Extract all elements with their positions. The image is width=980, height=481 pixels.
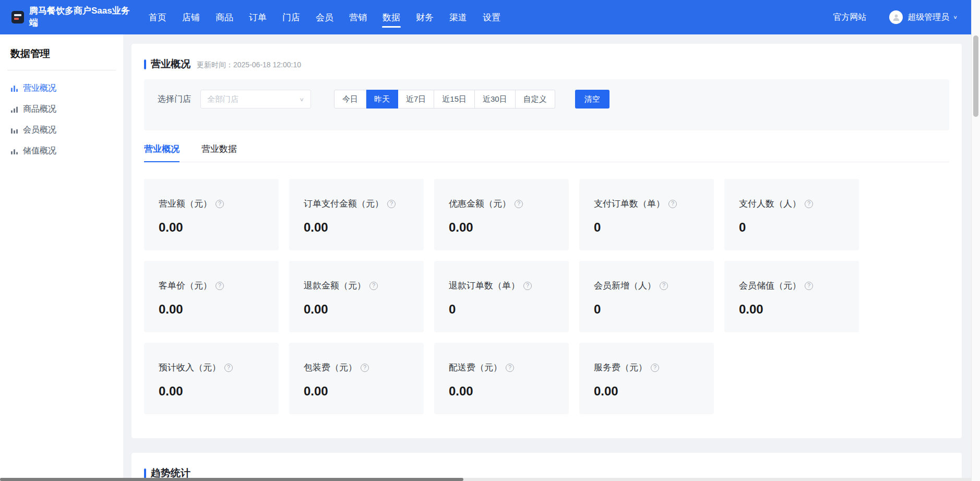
clear-button[interactable]: 清空 bbox=[575, 90, 609, 109]
user-avatar[interactable] bbox=[889, 10, 903, 24]
bar-chart-icon bbox=[10, 85, 18, 92]
vertical-scrollbar-thumb[interactable] bbox=[973, 35, 978, 117]
official-website-link[interactable]: 官方网站 bbox=[833, 12, 866, 23]
stat-card-refund-amount: 退款金额（元）? 0.00 bbox=[289, 261, 424, 332]
help-icon[interactable]: ? bbox=[523, 282, 532, 290]
help-icon[interactable]: ? bbox=[361, 364, 369, 372]
sidebar-item-goods-overview[interactable]: 商品概况 bbox=[0, 99, 123, 119]
sidebar-item-label: 会员概况 bbox=[23, 125, 56, 136]
stat-value: 0 bbox=[594, 302, 699, 317]
user-menu-trigger[interactable]: 超级管理员 ∨ bbox=[907, 12, 958, 23]
sidebar-title: 数据管理 bbox=[0, 47, 123, 61]
stat-value: 0.00 bbox=[159, 302, 264, 317]
help-icon[interactable]: ? bbox=[506, 364, 514, 372]
sidebar-item-label: 商品概况 bbox=[23, 104, 56, 115]
nav-item-marketing[interactable]: 营销 bbox=[341, 0, 375, 34]
help-icon[interactable]: ? bbox=[224, 364, 233, 372]
overview-tabs: 营业概况 营业数据 bbox=[144, 143, 949, 162]
vertical-scrollbar[interactable] bbox=[971, 0, 980, 481]
tab-business-overview[interactable]: 营业概况 bbox=[144, 143, 180, 162]
nav-item-orders[interactable]: 订单 bbox=[241, 0, 274, 34]
stat-value: 0 bbox=[449, 302, 554, 317]
range-button-custom[interactable]: 自定义 bbox=[516, 90, 555, 109]
stat-value: 0.00 bbox=[159, 384, 264, 399]
nav-item-channels[interactable]: 渠道 bbox=[441, 0, 475, 34]
nav-item-members[interactable]: 会员 bbox=[308, 0, 341, 34]
stat-card-discount-amount: 优惠金额（元）? 0.00 bbox=[434, 179, 569, 250]
stat-card-revenue: 营业额（元）? 0.00 bbox=[144, 179, 279, 250]
update-time: 更新时间：2025-06-18 12:00:10 bbox=[197, 59, 301, 70]
section-title: 营业概况 bbox=[151, 57, 190, 71]
stat-card-packaging-fee: 包装费（元）? 0.00 bbox=[289, 343, 424, 414]
nav-item-data[interactable]: 数据 bbox=[375, 0, 408, 34]
stat-value: 0.00 bbox=[304, 384, 409, 399]
stat-value: 0.00 bbox=[739, 302, 844, 317]
stat-label: 会员储值（元） bbox=[739, 280, 801, 292]
stat-value: 0.00 bbox=[449, 384, 554, 399]
app-viewport: 腾马餐饮多商户Saas业务端 首页 店铺 商品 订单 门店 会员 营销 数据 财… bbox=[0, 0, 971, 481]
stat-card-new-members: 会员新增（人）? 0 bbox=[579, 261, 714, 332]
person-icon bbox=[892, 13, 901, 22]
horizontal-scrollbar-thumb[interactable] bbox=[0, 478, 463, 481]
sidebar-item-business-overview[interactable]: 营业概况 bbox=[0, 78, 123, 99]
stat-value: 0.00 bbox=[159, 220, 264, 235]
stat-label: 订单支付金额（元） bbox=[304, 198, 384, 210]
sidebar-item-stored-value-overview[interactable]: 储值概况 bbox=[0, 140, 123, 161]
stat-label: 配送费（元） bbox=[449, 362, 502, 374]
trend-statistics-card: 趋势统计 bbox=[132, 453, 962, 481]
stat-card-refund-orders: 退款订单数（单）? 0 bbox=[434, 261, 569, 332]
user-name: 超级管理员 bbox=[907, 12, 949, 23]
help-icon[interactable]: ? bbox=[805, 200, 813, 208]
range-button-15days[interactable]: 近15日 bbox=[434, 90, 475, 109]
help-icon[interactable]: ? bbox=[216, 282, 224, 290]
stat-card-paying-users: 支付人数（人）? 0 bbox=[724, 179, 859, 250]
tab-business-data[interactable]: 营业数据 bbox=[201, 143, 237, 162]
help-icon[interactable]: ? bbox=[515, 200, 523, 208]
app-logo: 腾马餐饮多商户Saas业务端 bbox=[11, 5, 132, 29]
stat-card-order-paid-amount: 订单支付金额（元）? 0.00 bbox=[289, 179, 424, 250]
nav-item-goods[interactable]: 商品 bbox=[208, 0, 241, 34]
stat-label: 优惠金额（元） bbox=[449, 198, 511, 210]
help-icon[interactable]: ? bbox=[387, 200, 396, 208]
filter-panel: 选择门店 全部门店 ∨ 今日 昨天 近7日 近15日 近30日 自定义 bbox=[144, 79, 949, 130]
stat-value: 0 bbox=[739, 220, 844, 235]
stat-grid: 营业额（元）? 0.00 订单支付金额（元）? 0.00 优惠金额（元）? 0.… bbox=[144, 179, 949, 414]
range-button-7days[interactable]: 近7日 bbox=[398, 90, 434, 109]
store-select[interactable]: 全部门店 ∨ bbox=[200, 90, 311, 109]
main-nav: 首页 店铺 商品 订单 门店 会员 营销 数据 财务 渠道 设置 bbox=[141, 0, 508, 34]
stat-label: 会员新增（人） bbox=[594, 280, 656, 292]
store-select-label: 选择门店 bbox=[158, 94, 191, 105]
business-overview-card: 营业概况 更新时间：2025-06-18 12:00:10 选择门店 全部门店 … bbox=[132, 44, 962, 438]
date-range-group: 今日 昨天 近7日 近15日 近30日 自定义 bbox=[334, 90, 555, 109]
help-icon[interactable]: ? bbox=[216, 200, 224, 208]
sidebar-item-member-overview[interactable]: 会员概况 bbox=[0, 119, 123, 140]
accent-bar bbox=[144, 59, 146, 69]
help-icon[interactable]: ? bbox=[369, 282, 378, 290]
nav-item-finance[interactable]: 财务 bbox=[408, 0, 441, 34]
stat-card-paid-orders: 支付订单数（单）? 0 bbox=[579, 179, 714, 250]
range-button-today[interactable]: 今日 bbox=[334, 90, 366, 109]
stat-label: 服务费（元） bbox=[594, 362, 647, 374]
nav-item-home[interactable]: 首页 bbox=[141, 0, 174, 34]
accent-bar bbox=[144, 468, 146, 478]
stat-value: 0.00 bbox=[594, 384, 699, 399]
sidebar: 数据管理 营业概况 商品概况 会员概况 储值概况 bbox=[0, 34, 123, 481]
nav-item-stores[interactable]: 门店 bbox=[274, 0, 308, 34]
range-button-30days[interactable]: 近30日 bbox=[475, 90, 516, 109]
help-icon[interactable]: ? bbox=[668, 200, 677, 208]
nav-item-shop[interactable]: 店铺 bbox=[174, 0, 208, 34]
nav-item-settings[interactable]: 设置 bbox=[475, 0, 508, 34]
range-button-yesterday[interactable]: 昨天 bbox=[366, 90, 398, 109]
stat-value: 0.00 bbox=[304, 302, 409, 317]
stat-label: 客单价（元） bbox=[159, 280, 212, 292]
stat-card-member-stored-value: 会员储值（元）? 0.00 bbox=[724, 261, 859, 332]
stat-label: 营业额（元） bbox=[159, 198, 212, 210]
top-navbar: 腾马餐饮多商户Saas业务端 首页 店铺 商品 订单 门店 会员 营销 数据 财… bbox=[0, 0, 971, 34]
help-icon[interactable]: ? bbox=[805, 282, 813, 290]
stat-label: 包装费（元） bbox=[304, 362, 357, 374]
help-icon[interactable]: ? bbox=[660, 282, 668, 290]
sidebar-item-label: 储值概况 bbox=[23, 146, 56, 157]
stat-card-estimated-income: 预计收入（元）? 0.00 bbox=[144, 343, 279, 414]
help-icon[interactable]: ? bbox=[651, 364, 659, 372]
horizontal-scrollbar[interactable] bbox=[0, 478, 971, 481]
